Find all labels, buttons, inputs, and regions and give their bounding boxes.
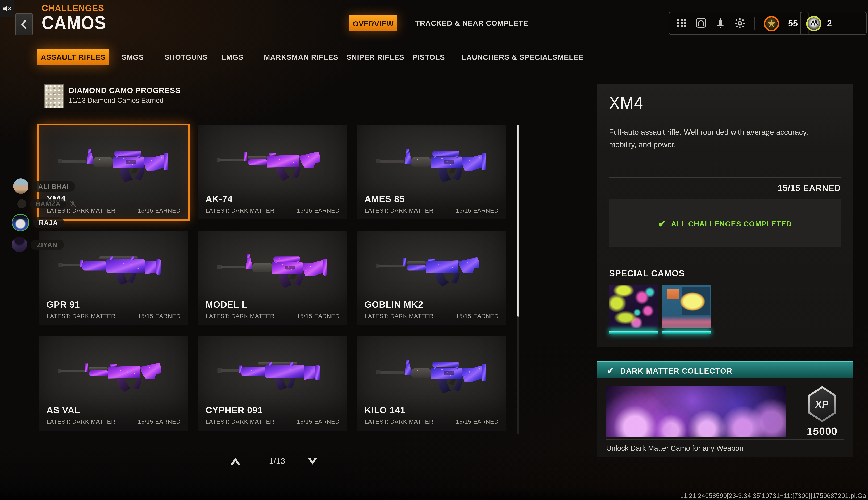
tab-tracked-near-complete[interactable]: TRACKED & NEAR COMPLETE <box>415 15 528 31</box>
page-down-icon[interactable] <box>306 456 319 467</box>
challenges-completed-banner: ✔ ALL CHALLENGES COMPLETED <box>609 199 841 247</box>
check-icon: ✔ <box>607 366 614 375</box>
prestige-bar: 2 <box>800 12 867 35</box>
dark-matter-collector-header[interactable]: ✔ DARK MATTER COLLECTOR <box>597 361 853 379</box>
earned-count: 15/15 EARNED <box>297 418 340 425</box>
page-up-icon[interactable] <box>229 456 242 467</box>
weapon-name: KILO 141 <box>365 405 406 415</box>
latest-camo: LATEST: DARK MATTER <box>47 418 115 425</box>
system-icon-bar: 55 <box>669 12 809 35</box>
tab-sniper-rifles[interactable]: SNIPER RIFLES <box>346 49 404 65</box>
friend-ziyan[interactable]: ZIYAN <box>12 237 64 252</box>
weapon-name: AS VAL <box>47 405 80 415</box>
weapon-card-kilo-141[interactable]: KILO 141 LATEST: DARK MATTER15/15 EARNED <box>357 336 506 431</box>
tab-pistols[interactable]: PISTOLS <box>412 49 445 65</box>
tab-launchers-specials[interactable]: LAUNCHERS & SPECIALS <box>462 49 557 65</box>
latest-camo: LATEST: DARK MATTER <box>206 207 274 214</box>
earned-count: 15/15 EARNED <box>456 312 499 319</box>
tab-marksman-rifles[interactable]: MARKSMAN RIFLES <box>264 49 338 65</box>
weapon-card-grid: XM4 LATEST: DARK MATTER15/15 EARNED AK-7… <box>39 125 506 431</box>
weapon-image <box>369 242 494 295</box>
notifications-bell-icon[interactable] <box>715 18 726 29</box>
latest-camo: LATEST: DARK MATTER <box>365 418 433 425</box>
weapon-name: MODEL L <box>206 299 247 310</box>
back-button[interactable] <box>15 13 33 35</box>
friend-raja[interactable]: RAJA <box>12 214 64 231</box>
friend-hamza[interactable]: HAMZA <box>18 199 77 208</box>
player-level: 55 <box>788 19 798 28</box>
prestige-emblem-icon[interactable] <box>806 16 821 31</box>
collector-description: Unlock Dark Matter Camo for any Weapon <box>606 444 743 452</box>
weapon-name: GOBLIN MK2 <box>365 299 423 310</box>
tab-assault-rifles[interactable]: ASSAULT RIFLES <box>37 49 109 65</box>
camo-unlocked-bar <box>662 331 711 334</box>
mute-icon <box>0 0 14 17</box>
earned-count: 15/15 EARNED <box>138 418 181 425</box>
weapon-image <box>210 136 335 189</box>
friend-name: ZIYAN <box>31 239 64 250</box>
tab-smgs[interactable]: SMGS <box>122 49 144 65</box>
avatar <box>13 179 28 194</box>
earned-count: 15/15 EARNED <box>297 312 340 319</box>
weapon-card-goblin-mk2[interactable]: GOBLIN MK2 LATEST: DARK MATTER15/15 EARN… <box>357 230 506 325</box>
xp-value: 15000 <box>792 425 853 437</box>
headset-icon[interactable] <box>696 18 706 29</box>
earned-count: 15/15 EARNED <box>138 207 181 214</box>
latest-camo: LATEST: DARK MATTER <box>206 312 274 319</box>
earned-count: 15/15 EARNED <box>456 418 499 425</box>
friend-name: RAJA <box>33 217 64 228</box>
friend-ali-bhai[interactable]: ALI BHAI <box>13 179 75 194</box>
xp-reward: XP 15000 <box>792 386 853 437</box>
avatar <box>18 199 26 208</box>
earned-count: 15/15 EARNED <box>138 312 181 319</box>
settings-gear-icon[interactable] <box>735 18 745 29</box>
grid-menu-icon[interactable] <box>676 18 687 29</box>
weapon-image <box>210 242 335 295</box>
xp-badge-icon: XP <box>806 386 838 422</box>
divider <box>754 17 755 30</box>
rank-emblem-icon[interactable] <box>764 16 779 31</box>
build-version: 11.21.24058590[23-3.34.35]10731+11:[7300… <box>680 492 868 499</box>
friend-name: ALI BHAI <box>32 181 75 191</box>
latest-camo: LATEST: DARK MATTER <box>47 312 115 319</box>
scrollbar-thumb[interactable] <box>517 125 519 317</box>
tab-lmgs[interactable]: LMGS <box>221 49 243 65</box>
collector-title: DARK MATTER COLLECTOR <box>620 366 732 375</box>
weapon-name: AK-74 <box>206 194 233 204</box>
earned-count: 15/15 EARNED <box>297 207 340 214</box>
diamond-progress-subtitle: 11/13 Diamond Camos Earned <box>69 96 163 104</box>
tab-overview[interactable]: OVERVIEW <box>349 15 397 31</box>
weapon-image <box>369 136 494 189</box>
weapon-name: GPR 91 <box>47 299 80 310</box>
weapon-image <box>369 348 494 400</box>
weapon-name: CYPHER 091 <box>206 405 263 415</box>
details-weapon-title: XM4 <box>609 92 647 114</box>
page-title: CAMOS <box>42 12 113 34</box>
weapon-card-ames85[interactable]: AMES 85 LATEST: DARK MATTER15/15 EARNED <box>357 125 506 219</box>
special-camo-thumb-1[interactable] <box>609 285 658 336</box>
weapon-card-as-val[interactable]: AS VAL LATEST: DARK MATTER15/15 EARNED <box>39 336 188 431</box>
earned-count: 15/15 EARNED <box>456 207 499 214</box>
latest-camo: LATEST: DARK MATTER <box>365 312 433 319</box>
challenges-completed-label: ALL CHALLENGES COMPLETED <box>671 219 792 227</box>
divider <box>609 177 841 178</box>
divider <box>606 439 844 440</box>
details-weapon-description: Full-auto assault rifle. Well rounded wi… <box>609 126 830 151</box>
tab-shotguns[interactable]: SHOTGUNS <box>164 49 208 65</box>
weapon-card-ak74[interactable]: AK-74 LATEST: DARK MATTER15/15 EARNED <box>198 125 347 219</box>
dark-matter-camo-image <box>606 386 786 438</box>
check-icon: ✔ <box>658 218 666 229</box>
special-camos-title: SPECIAL CAMOS <box>609 269 685 279</box>
weapon-card-cypher-091[interactable]: CYPHER 091 LATEST: DARK MATTER15/15 EARN… <box>198 336 347 431</box>
mic-muted-icon <box>70 200 77 207</box>
avatar <box>12 214 29 231</box>
crt-terminal-camo-image <box>662 285 711 328</box>
tab-melee[interactable]: MELEE <box>558 49 584 65</box>
weapon-card-model-l[interactable]: MODEL L LATEST: DARK MATTER15/15 EARNED <box>198 230 347 325</box>
special-camo-thumb-2[interactable] <box>662 285 711 336</box>
page-indicator: 1/13 <box>251 456 303 466</box>
prestige-level: 2 <box>827 19 832 28</box>
weapon-image <box>210 348 335 400</box>
camo-unlocked-bar <box>609 331 658 334</box>
diamond-progress-title: DIAMOND CAMO PROGRESS <box>69 86 181 94</box>
